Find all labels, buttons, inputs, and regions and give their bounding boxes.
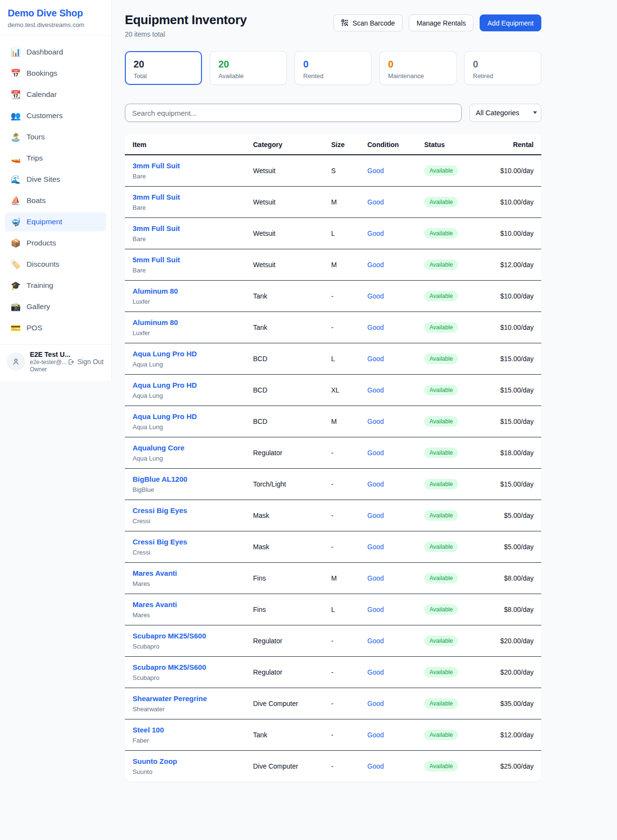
sidebar-item-boats[interactable]: ⛵ Boats bbox=[5, 191, 107, 210]
item-brand: Bare bbox=[133, 267, 238, 274]
equipment-icon: 🤿 bbox=[11, 217, 20, 227]
sidebar-item-training[interactable]: 🎓 Training bbox=[5, 276, 107, 295]
condition-link[interactable]: Good bbox=[367, 418, 384, 425]
status-badge: Available bbox=[424, 479, 458, 489]
brand-name[interactable]: Demo Dive Shop bbox=[8, 8, 104, 19]
sidebar-item-tours[interactable]: 🏝️ Tours bbox=[5, 127, 107, 147]
item-link[interactable]: Mares Avanti bbox=[133, 600, 177, 609]
status-badge: Available bbox=[424, 542, 458, 552]
condition-link[interactable]: Good bbox=[367, 198, 384, 206]
item-rental: $15.00/day bbox=[486, 469, 541, 500]
condition-link[interactable]: Good bbox=[367, 512, 384, 519]
condition-link[interactable]: Good bbox=[367, 261, 384, 269]
item-link[interactable]: BigBlue AL1200 bbox=[133, 475, 188, 483]
category-select-wrap: All Categories bbox=[469, 104, 541, 122]
products-icon: 📦 bbox=[11, 238, 20, 248]
item-link[interactable]: Cressi Big Eyes bbox=[133, 538, 187, 546]
status-badge: Available bbox=[424, 730, 458, 740]
scan-barcode-button[interactable]: Scan Barcode bbox=[334, 14, 402, 31]
user-email: e2e-tester@... bbox=[30, 359, 62, 366]
sidebar-item-equipment[interactable]: 🤿 Equipment bbox=[5, 212, 107, 231]
item-link[interactable]: Aluminum 80 bbox=[133, 318, 178, 326]
condition-link[interactable]: Good bbox=[367, 668, 384, 676]
status-badge: Available bbox=[424, 322, 458, 333]
sidebar-item-calendar[interactable]: 📆 Calendar bbox=[5, 85, 107, 104]
page-title: Equipment Inventory bbox=[125, 13, 247, 27]
item-brand: Bare bbox=[133, 173, 238, 180]
brand-domain: demo.test.divestreams.com bbox=[8, 21, 104, 28]
sidebar-item-customers[interactable]: 👥 Customers bbox=[5, 106, 107, 125]
condition-link[interactable]: Good bbox=[367, 543, 384, 551]
item-size: - bbox=[323, 657, 360, 688]
item-link[interactable]: Shearwater Peregrine bbox=[133, 694, 207, 703]
stat-card-available[interactable]: 20 Available bbox=[210, 51, 287, 85]
condition-link[interactable]: Good bbox=[367, 637, 384, 645]
item-link[interactable]: 3mm Full Suit bbox=[133, 193, 180, 201]
main-content: Equipment Inventory 20 items total bbox=[125, 0, 541, 782]
stat-card-retired[interactable]: 0 Retired bbox=[464, 51, 541, 85]
dashboard-icon: 📊 bbox=[11, 47, 20, 57]
condition-link[interactable]: Good bbox=[367, 574, 384, 582]
item-rental: $10.00/day bbox=[486, 218, 541, 249]
status-badge: Available bbox=[424, 604, 458, 615]
sidebar-item-dashboard[interactable]: 📊 Dashboard bbox=[5, 42, 107, 62]
condition-link[interactable]: Good bbox=[367, 230, 384, 237]
item-rental: $18.00/day bbox=[486, 437, 541, 469]
item-link[interactable]: Suunto Zoop bbox=[133, 757, 177, 765]
customers-icon: 👥 bbox=[11, 111, 20, 121]
stat-value: 20 bbox=[218, 59, 278, 69]
condition-link[interactable]: Good bbox=[367, 355, 384, 363]
category-select[interactable]: All Categories bbox=[469, 104, 541, 122]
condition-link[interactable]: Good bbox=[367, 731, 384, 739]
item-link[interactable]: Scubapro MK25/S600 bbox=[133, 632, 206, 640]
item-link[interactable]: Aqua Lung Pro HD bbox=[133, 412, 197, 420]
stat-label: Maintenance bbox=[388, 72, 448, 80]
sign-out-button[interactable]: Sign Out bbox=[67, 357, 105, 366]
search-input[interactable] bbox=[125, 104, 462, 122]
item-link[interactable]: Aluminum 80 bbox=[133, 287, 178, 295]
item-link[interactable]: Mares Avanti bbox=[133, 569, 177, 577]
stat-card-rented[interactable]: 0 Rented bbox=[295, 51, 372, 85]
item-brand: Cressi bbox=[133, 517, 238, 525]
sidebar-item-products[interactable]: 📦 Products bbox=[5, 233, 107, 253]
condition-link[interactable]: Good bbox=[367, 480, 384, 488]
sidebar-item-pos[interactable]: 💳 POS bbox=[5, 318, 107, 338]
dive-sites-icon: 🌊 bbox=[11, 175, 20, 185]
condition-link[interactable]: Good bbox=[367, 606, 384, 613]
item-link[interactable]: Cressi Big Eyes bbox=[133, 506, 187, 515]
item-link[interactable]: 5mm Full Suit bbox=[133, 256, 180, 264]
condition-link[interactable]: Good bbox=[367, 762, 384, 770]
item-link[interactable]: 3mm Full Suit bbox=[133, 224, 180, 232]
item-size: - bbox=[323, 281, 360, 312]
sidebar-item-label: Calendar bbox=[27, 90, 57, 99]
item-link[interactable]: Aqua Lung Pro HD bbox=[133, 381, 197, 389]
sidebar-item-bookings[interactable]: 📅 Bookings bbox=[5, 64, 107, 83]
condition-link[interactable]: Good bbox=[367, 324, 384, 331]
item-link[interactable]: Scubapro MK25/S600 bbox=[133, 663, 206, 671]
item-link[interactable]: Steel 100 bbox=[133, 726, 164, 734]
item-link[interactable]: Aqualung Core bbox=[133, 444, 185, 452]
table-row: Scubapro MK25/S600 Scubapro Regulator - … bbox=[125, 657, 541, 688]
sidebar-item-dive-sites[interactable]: 🌊 Dive Sites bbox=[5, 170, 107, 189]
barcode-scan-icon bbox=[341, 19, 349, 27]
item-size: L bbox=[323, 218, 360, 249]
stat-value: 0 bbox=[303, 59, 363, 69]
condition-link[interactable]: Good bbox=[367, 167, 384, 175]
item-link[interactable]: Aqua Lung Pro HD bbox=[133, 350, 197, 358]
sidebar-item-discounts[interactable]: 🏷️ Discounts bbox=[5, 255, 107, 274]
stat-card-total[interactable]: 20 Total bbox=[125, 51, 202, 85]
condition-link[interactable]: Good bbox=[367, 449, 384, 457]
item-rental: $15.00/day bbox=[486, 343, 541, 375]
condition-link[interactable]: Good bbox=[367, 700, 384, 707]
item-link[interactable]: 3mm Full Suit bbox=[133, 162, 180, 170]
sidebar-item-trips[interactable]: 🚤 Trips bbox=[5, 149, 107, 168]
condition-link[interactable]: Good bbox=[367, 386, 384, 394]
sidebar-item-label: Tours bbox=[27, 133, 45, 141]
condition-link[interactable]: Good bbox=[367, 292, 384, 300]
manage-rentals-button[interactable]: Manage Rentals bbox=[409, 14, 473, 31]
add-equipment-button[interactable]: Add Equipment bbox=[480, 14, 541, 31]
stat-card-maintenance[interactable]: 0 Maintenance bbox=[379, 51, 456, 85]
item-category: Torch/Light bbox=[245, 469, 323, 500]
user-info: E2E Test U... e2e-tester@... Owner bbox=[30, 351, 62, 373]
sidebar-item-gallery[interactable]: 📸 Gallery bbox=[5, 297, 107, 316]
